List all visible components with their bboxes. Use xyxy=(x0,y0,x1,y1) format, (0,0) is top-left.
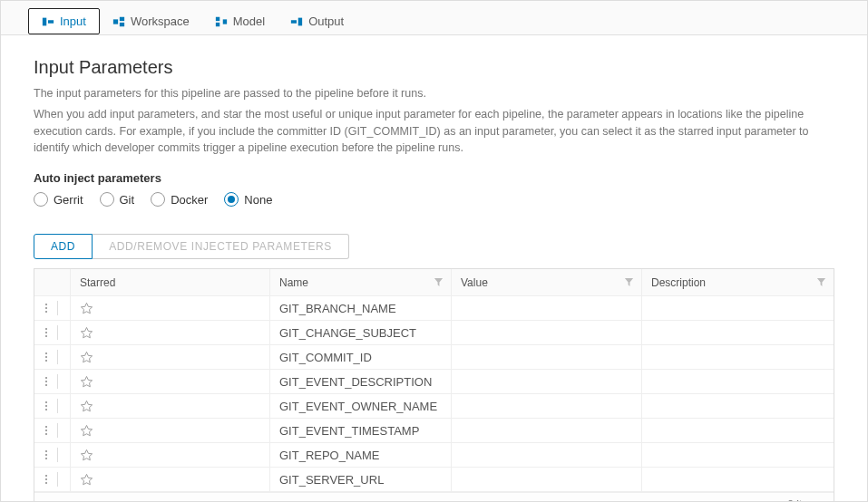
filter-icon[interactable] xyxy=(624,277,634,287)
svg-rect-6 xyxy=(216,22,219,25)
table-row[interactable]: GIT_REPO_NAME xyxy=(34,443,834,468)
desc-line-2: When you add input parameters, and star … xyxy=(34,106,834,157)
workspace-icon xyxy=(112,15,125,28)
row-menu-icon[interactable] xyxy=(44,301,58,315)
radio-gerrit[interactable]: Gerrit xyxy=(34,192,83,207)
col-value-header[interactable]: Value xyxy=(461,276,488,289)
table-footer: 8 items xyxy=(34,492,834,502)
star-icon[interactable] xyxy=(80,473,93,487)
tab-label: Input xyxy=(60,14,86,28)
param-name: GIT_CHANGE_SUBJECT xyxy=(279,326,416,340)
svg-rect-9 xyxy=(298,17,302,25)
param-name: GIT_EVENT_TIMESTAMP xyxy=(279,424,419,438)
svg-rect-4 xyxy=(120,22,124,25)
star-icon[interactable] xyxy=(80,424,93,438)
star-icon[interactable] xyxy=(80,400,93,413)
desc-line-1: The input parameters for this pipeline a… xyxy=(34,85,834,102)
param-name: GIT_SERVER_URL xyxy=(279,473,384,487)
star-icon[interactable] xyxy=(80,326,93,340)
tab-label: Workspace xyxy=(131,14,190,28)
star-icon[interactable] xyxy=(80,449,93,462)
radio-none[interactable]: None xyxy=(224,192,272,207)
add-remove-injected-button: ADD/REMOVE INJECTED PARAMETERS xyxy=(93,234,349,259)
param-name: GIT_BRANCH_NAME xyxy=(279,302,396,315)
row-menu-icon[interactable] xyxy=(44,350,58,364)
row-menu-icon[interactable] xyxy=(44,472,58,487)
svg-rect-7 xyxy=(222,19,226,24)
add-button[interactable]: ADD xyxy=(34,234,93,259)
table-row[interactable]: GIT_EVENT_TIMESTAMP xyxy=(34,419,834,443)
parameters-table: Starred Name Value Description GIT_BRANC… xyxy=(34,268,834,502)
star-icon[interactable] xyxy=(80,351,93,364)
tab-workspace[interactable]: Workspace xyxy=(100,8,202,34)
button-row: ADD ADD/REMOVE INJECTED PARAMETERS xyxy=(34,234,834,259)
svg-rect-8 xyxy=(291,20,297,24)
auto-inject-label: Auto inject parameters xyxy=(34,171,834,185)
row-menu-icon[interactable] xyxy=(44,448,58,462)
param-name: GIT_COMMIT_ID xyxy=(279,351,372,364)
svg-rect-1 xyxy=(48,20,54,24)
col-name-header[interactable]: Name xyxy=(279,276,308,289)
tab-label: Output xyxy=(308,14,344,28)
radio-docker[interactable]: Docker xyxy=(151,192,208,207)
row-menu-icon[interactable] xyxy=(44,423,58,438)
row-menu-icon[interactable] xyxy=(44,399,58,413)
svg-rect-2 xyxy=(113,19,118,24)
svg-rect-5 xyxy=(216,16,219,20)
tab-model[interactable]: Model xyxy=(202,8,278,34)
input-icon xyxy=(42,15,54,28)
table-row[interactable]: GIT_SERVER_URL xyxy=(34,468,834,492)
param-name: GIT_REPO_NAME xyxy=(279,449,380,462)
svg-rect-0 xyxy=(43,17,46,25)
table-row[interactable]: GIT_EVENT_OWNER_NAME xyxy=(34,394,834,419)
filter-icon[interactable] xyxy=(816,277,826,287)
table-header: Starred Name Value Description xyxy=(34,269,834,296)
page-title: Input Parameters xyxy=(34,57,834,78)
col-actions-header xyxy=(34,269,71,295)
star-icon[interactable] xyxy=(80,302,93,315)
radio-git[interactable]: Git xyxy=(100,192,135,207)
row-menu-icon[interactable] xyxy=(44,325,58,340)
filter-icon[interactable] xyxy=(434,277,444,287)
star-icon[interactable] xyxy=(80,375,93,389)
auto-inject-section: Auto inject parameters Gerrit Git Docker… xyxy=(34,171,834,207)
output-icon xyxy=(290,15,303,28)
col-starred-header[interactable]: Starred xyxy=(80,276,115,289)
radio-group: Gerrit Git Docker None xyxy=(34,192,834,207)
table-row[interactable]: GIT_COMMIT_ID xyxy=(34,345,834,370)
svg-rect-3 xyxy=(120,16,124,20)
param-name: GIT_EVENT_DESCRIPTION xyxy=(279,375,432,389)
table-row[interactable]: GIT_EVENT_DESCRIPTION xyxy=(34,370,834,394)
model-icon xyxy=(215,15,228,28)
col-description-header[interactable]: Description xyxy=(651,276,706,289)
row-menu-icon[interactable] xyxy=(44,374,58,389)
table-row[interactable]: GIT_BRANCH_NAME xyxy=(34,296,834,321)
table-row[interactable]: GIT_CHANGE_SUBJECT xyxy=(34,321,834,345)
tab-output[interactable]: Output xyxy=(278,8,356,34)
tab-label: Model xyxy=(233,14,265,28)
tab-bar: Input Workspace Model Output xyxy=(1,1,867,35)
tab-input[interactable]: Input xyxy=(28,8,100,34)
item-count: 8 items xyxy=(787,498,823,502)
param-name: GIT_EVENT_OWNER_NAME xyxy=(279,400,437,413)
